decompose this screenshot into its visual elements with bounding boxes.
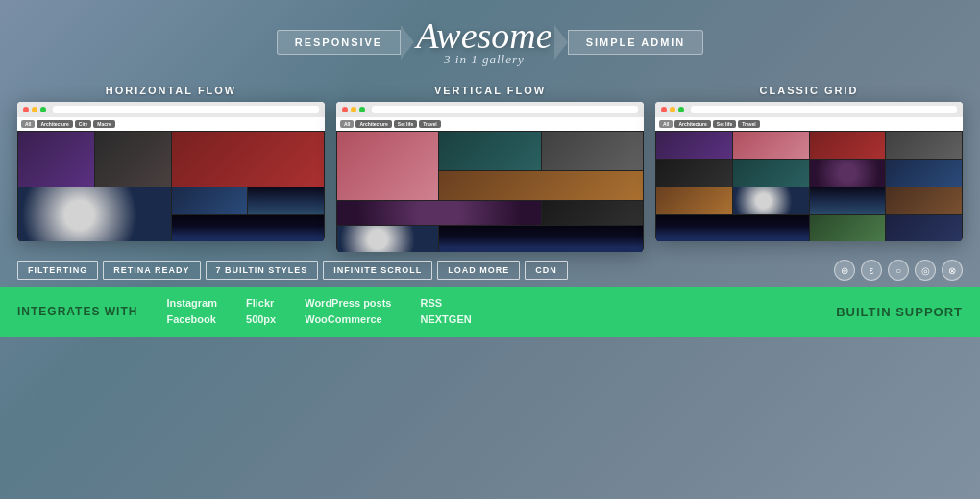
footer-link-nextgen[interactable]: NEXTGEN bbox=[421, 312, 472, 327]
mosaic-cell bbox=[172, 132, 325, 187]
mosaic-cell-c bbox=[656, 132, 732, 159]
mosaic-cell bbox=[172, 215, 325, 241]
footer-builtin-support: BUILTIN SUPPORT bbox=[836, 305, 963, 319]
arrow-divider-2 bbox=[554, 25, 568, 60]
title-main: Awesome bbox=[416, 17, 551, 54]
filter-arch[interactable]: Architecture bbox=[37, 120, 72, 128]
footer-links-wp-woo: WordPress posts WooCommerce bbox=[305, 296, 391, 328]
mosaic-cell bbox=[18, 187, 171, 241]
mosaic-cell bbox=[95, 132, 171, 187]
social-icon-4[interactable]: ◎ bbox=[915, 260, 936, 281]
social-icons: ⊕ ε ○ ◎ ⊗ bbox=[834, 260, 963, 281]
filter-travel-v[interactable]: Travel bbox=[419, 120, 440, 128]
title-sub: 3 in 1 gallery bbox=[444, 52, 525, 67]
browser-hflow: All Architecture City Macro bbox=[17, 102, 325, 241]
social-icon-5[interactable]: ⊗ bbox=[942, 260, 963, 281]
dot-green bbox=[40, 107, 46, 112]
footer-links-instagram-facebook: Instagram Facebook bbox=[166, 296, 217, 328]
header: RESPONSIVE Awesome 3 in 1 gallery SIMPLE… bbox=[0, 0, 980, 77]
cgrid-mosaic bbox=[655, 131, 963, 241]
mosaic-cell-v bbox=[337, 132, 438, 200]
mosaic-cell-v bbox=[542, 201, 643, 225]
footer-link-500px[interactable]: 500px bbox=[246, 312, 276, 327]
social-icon-3[interactable]: ○ bbox=[888, 260, 909, 281]
feature-badges: FILTERTING RETINA READY 7 BUILTIN STYLES… bbox=[0, 252, 980, 287]
mosaic-cell-c bbox=[733, 132, 809, 159]
footer-links-rss-nextgen: RSS NEXTGEN bbox=[421, 296, 472, 328]
filter-bar-hflow: All Architecture City Macro bbox=[17, 117, 325, 131]
responsive-badge: RESPONSIVE bbox=[277, 30, 402, 55]
filter-all[interactable]: All bbox=[21, 120, 35, 128]
footer-link-rss[interactable]: RSS bbox=[421, 296, 472, 311]
browser-bar-vflow bbox=[336, 102, 644, 117]
footer-link-instagram[interactable]: Instagram bbox=[166, 296, 217, 311]
footer-link-wp[interactable]: WordPress posts bbox=[305, 296, 391, 311]
filter-bar-cgrid: All Architecture Set life Travel bbox=[655, 117, 963, 131]
mosaic-cell-c bbox=[810, 215, 886, 241]
browser-bar-hflow bbox=[17, 102, 325, 117]
badge-infinite: INFINITE SCROLL bbox=[323, 261, 432, 280]
mosaic-cell-c bbox=[810, 132, 886, 159]
panel-cgrid-label: CLASSIC GRID bbox=[760, 85, 859, 96]
mosaic-cell-c bbox=[733, 187, 809, 214]
footer-link-facebook[interactable]: Facebook bbox=[166, 312, 217, 327]
social-icon-2[interactable]: ε bbox=[861, 260, 882, 281]
dot-yellow-c bbox=[670, 107, 675, 112]
panel-hflow: HORIZONTAL FLOW All Architecture City Ma… bbox=[17, 85, 325, 252]
filter-tr-c[interactable]: Travel bbox=[738, 120, 759, 128]
filter-macro[interactable]: Macro bbox=[93, 120, 115, 128]
footer-link-woo[interactable]: WooCommerce bbox=[305, 312, 391, 327]
url-bar-c bbox=[691, 106, 957, 113]
mosaic-cell-c bbox=[886, 187, 962, 214]
filter-set-c[interactable]: Set life bbox=[713, 120, 736, 128]
browser-vflow: All Architecture Set life Travel bbox=[336, 102, 644, 252]
badge-filtering: FILTERTING bbox=[17, 261, 98, 280]
footer-integrates-label: INTEGRATES WITH bbox=[17, 305, 137, 318]
filter-all-c[interactable]: All bbox=[659, 120, 673, 128]
mosaic-cell bbox=[248, 187, 324, 214]
mosaic-cell-c bbox=[810, 160, 886, 187]
badge-loadmore: LOAD MORE bbox=[437, 261, 520, 280]
dot-green-v bbox=[359, 107, 365, 112]
mosaic-cell-c bbox=[886, 160, 962, 187]
browser-cgrid: All Architecture Set life Travel bbox=[655, 102, 963, 241]
social-icon-1[interactable]: ⊕ bbox=[834, 260, 855, 281]
filter-all-v[interactable]: All bbox=[340, 120, 354, 128]
mosaic-cell-c bbox=[656, 160, 732, 187]
dot-green-c bbox=[678, 107, 684, 112]
dot-red bbox=[23, 107, 29, 112]
arrow-divider bbox=[401, 25, 414, 60]
simple-admin-badge: SIMPLE ADMIN bbox=[568, 30, 704, 55]
panel-hflow-label: HORIZONTAL FLOW bbox=[106, 85, 237, 96]
mosaic-cell-c bbox=[656, 187, 732, 214]
dot-red-v bbox=[342, 107, 348, 112]
mosaic-cell-c bbox=[886, 215, 962, 241]
filter-city[interactable]: City bbox=[75, 120, 91, 128]
mosaic-cell bbox=[18, 132, 94, 187]
footer-link-flickr[interactable]: Flickr bbox=[246, 296, 276, 311]
mosaic-cell-c bbox=[656, 215, 809, 241]
dot-red-c bbox=[661, 107, 667, 112]
panel-cgrid: CLASSIC GRID All Architecture Set life T… bbox=[655, 85, 963, 252]
mosaic-cell-v bbox=[542, 132, 643, 170]
dot-yellow-v bbox=[351, 107, 356, 112]
mosaic-cell-v bbox=[337, 226, 438, 252]
filter-set-v[interactable]: Set life bbox=[394, 120, 417, 128]
vflow-mosaic bbox=[336, 131, 644, 252]
filter-arch-v[interactable]: Architecture bbox=[355, 120, 391, 128]
url-bar bbox=[53, 106, 319, 113]
panel-vflow-label: VERTICAL FLOW bbox=[434, 85, 546, 96]
hflow-mosaic bbox=[17, 131, 325, 241]
mosaic-cell-v bbox=[337, 201, 541, 225]
footer: INTEGRATES WITH Instagram Facebook Flick… bbox=[0, 287, 980, 337]
filter-arch-c[interactable]: Architecture bbox=[674, 120, 710, 128]
url-bar-v bbox=[372, 106, 638, 113]
main-content: HORIZONTAL FLOW All Architecture City Ma… bbox=[0, 77, 980, 252]
mosaic-cell-v bbox=[439, 226, 643, 252]
mosaic-cell bbox=[172, 187, 248, 214]
badge-cdn: CDN bbox=[525, 261, 568, 280]
browser-bar-cgrid bbox=[655, 102, 963, 117]
badge-styles: 7 BUILTIN STYLES bbox=[206, 261, 319, 280]
title-wrap: Awesome 3 in 1 gallery bbox=[416, 17, 551, 67]
filter-bar-vflow: All Architecture Set life Travel bbox=[336, 117, 644, 131]
